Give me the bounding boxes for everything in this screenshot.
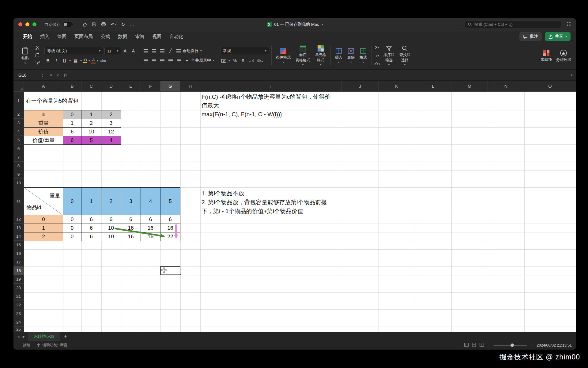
cell-styles-button[interactable]: 单元格样式▾ [313, 45, 328, 67]
ribbon-tab[interactable]: 视图 [148, 32, 165, 41]
name-box-spinner[interactable]: ▴▾ [42, 73, 43, 77]
borders-button[interactable]: ▦ [72, 57, 79, 64]
page-break-view-icon[interactable] [480, 343, 484, 347]
undo-icon[interactable]: ↶▾ [111, 22, 117, 27]
column-header[interactable]: L [415, 81, 451, 91]
font-name-select[interactable]: 等线 (正文)▾ [44, 47, 103, 55]
name-box[interactable]: G18 ▴▾ [13, 70, 46, 80]
formula-input[interactable] [71, 70, 567, 80]
ribbon-tab[interactable]: 绘图 [53, 32, 70, 41]
copy-button[interactable] [35, 53, 40, 59]
row-header[interactable]: 25 [13, 327, 24, 332]
normal-view-icon[interactable] [464, 343, 469, 347]
print-icon[interactable] [101, 22, 106, 27]
ribbon-tab[interactable]: 插入 [36, 32, 53, 41]
font-size-select[interactable]: 11▾ [104, 47, 121, 55]
next-sheet-icon[interactable]: ▶ [23, 335, 25, 338]
cell[interactable]: 16 [141, 224, 160, 232]
row-header[interactable]: 23 [13, 309, 24, 318]
conditional-formatting-button[interactable]: 条件格式▾ [274, 48, 293, 63]
fill-color-button[interactable] [83, 57, 87, 64]
capacity-header[interactable]: 1 [81, 188, 101, 215]
zoom-knob[interactable] [511, 343, 514, 347]
cell[interactable]: 6 [160, 215, 180, 224]
cell[interactable]: 16 [121, 224, 141, 232]
column-header[interactable]: D [101, 81, 121, 91]
formula-bar-expand-icon[interactable]: ▾ [567, 74, 576, 77]
title-chevron-down-icon[interactable]: ▾ [322, 23, 323, 26]
cell[interactable]: 6 [101, 215, 121, 224]
cell[interactable]: 0 [63, 110, 81, 119]
align-middle-button[interactable] [150, 47, 157, 55]
cell[interactable]: 0 [63, 224, 81, 232]
row-header[interactable]: 19 [13, 275, 24, 284]
cell[interactable]: 10 [101, 232, 121, 241]
worksheet-grid[interactable]: 有一个容量为5的背包 F(n,C) 考虑将n个物品放进容量为c的背包，使得价值最… [24, 92, 576, 332]
row-header[interactable]: 13 [13, 224, 24, 232]
ribbon-tab[interactable]: 开始 [19, 32, 36, 41]
column-header[interactable]: B [63, 81, 81, 91]
column-header[interactable]: K [379, 81, 415, 91]
row-header[interactable]: 18 [13, 266, 24, 275]
share-button[interactable]: 共享 ▾ [545, 32, 571, 41]
font-color-button[interactable]: A [91, 57, 96, 64]
row-header[interactable]: 21 [13, 292, 24, 301]
align-bottom-button[interactable] [159, 47, 166, 55]
cell[interactable]: 0 [63, 215, 81, 224]
cell-weight-label[interactable]: 重量 [24, 119, 63, 128]
row-header[interactable]: 24 [13, 318, 24, 327]
row-header[interactable]: 5 [13, 136, 24, 144]
insert-function-icon[interactable]: fx [64, 73, 67, 78]
row-header[interactable]: 16 [13, 249, 24, 258]
home-icon[interactable] [82, 22, 87, 27]
format-painter-button[interactable] [35, 60, 40, 66]
zoom-window-button[interactable] [32, 22, 36, 26]
cell[interactable]: 1 [81, 110, 101, 119]
column-header[interactable]: H [180, 81, 200, 91]
column-header[interactable]: F [141, 81, 160, 91]
decrease-indent-button[interactable] [167, 57, 174, 64]
row-header[interactable]: 22 [13, 301, 24, 309]
cell[interactable]: 16 [160, 224, 180, 232]
cell[interactable]: 5 [81, 136, 101, 145]
row-header[interactable]: 3 [13, 119, 24, 127]
underline-button[interactable]: U [61, 57, 68, 64]
add-ins-button[interactable]: 加载项 [539, 50, 554, 62]
cell-i11-note[interactable]: 1. 第i个物品不放 2. 第i个物品放，背包容量能够存放第i个物品前提下，第i… [202, 189, 333, 216]
row-header[interactable]: 4 [13, 127, 24, 136]
cell[interactable]: 6 [81, 232, 101, 241]
autosum-button[interactable]: Σ▾ [374, 44, 381, 51]
shrink-font-button[interactable]: Aˇ [130, 47, 138, 55]
capacity-header[interactable]: 5 [160, 188, 180, 215]
column-header[interactable]: M [451, 81, 488, 91]
cell[interactable]: 1 [63, 119, 81, 128]
fill-button[interactable]: ↓▾ [374, 52, 381, 59]
dp-row-label[interactable]: 2 [24, 232, 63, 241]
italic-button[interactable]: I [53, 57, 60, 64]
page-layout-view-icon[interactable] [472, 343, 476, 348]
phonetic-button[interactable]: abc [100, 57, 107, 64]
row-header[interactable]: 15 [13, 241, 24, 249]
row-header[interactable]: 6 [13, 144, 24, 153]
sort-filter-button[interactable]: 排序和筛选▾ [381, 45, 397, 67]
column-header[interactable]: A [24, 81, 63, 91]
analyze-data-button[interactable]: 分析数据 [554, 49, 573, 62]
row-header[interactable]: 8 [13, 162, 24, 170]
cell[interactable]: 4 [101, 136, 121, 145]
clear-button[interactable]: ▾ [374, 60, 381, 68]
ribbon-tab[interactable]: 审阅 [131, 32, 148, 41]
cell-ratio-label[interactable]: 价值/重量 [24, 136, 63, 145]
align-left-button[interactable] [142, 57, 149, 64]
ribbon-tab[interactable]: 数据 [114, 32, 131, 41]
decrease-decimal-button[interactable]: .00→ [256, 57, 264, 64]
redo-icon[interactable]: ↻ [121, 22, 125, 27]
align-top-button[interactable] [142, 47, 149, 55]
capacity-header[interactable]: 4 [141, 188, 160, 215]
cell-id-label[interactable]: id [24, 110, 63, 119]
autosave-toggle[interactable] [63, 22, 73, 27]
cell-i1-note[interactable]: F(n,C) 考虑将n个物品放进容量为c的背包，使得价值最大 [202, 93, 335, 110]
cell[interactable]: 6 [121, 215, 141, 224]
accounting-format-button[interactable] [220, 57, 227, 64]
row-header[interactable]: 10 [13, 179, 24, 187]
cell[interactable]: 3 [101, 119, 121, 128]
